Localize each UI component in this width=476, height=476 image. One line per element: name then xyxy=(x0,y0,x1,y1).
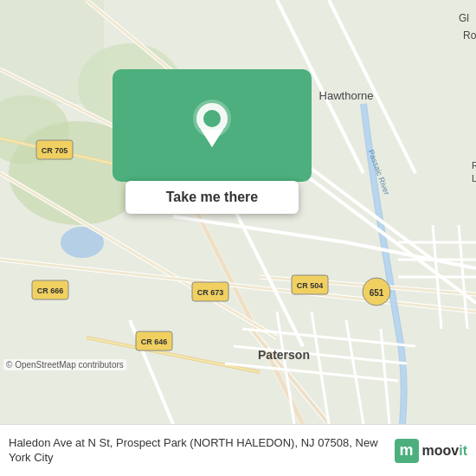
svg-text:Gl: Gl xyxy=(459,12,469,24)
take-me-there-button[interactable]: Take me there xyxy=(125,181,299,214)
svg-text:CR 504: CR 504 xyxy=(297,281,324,290)
button-overlay: Take me there xyxy=(113,69,312,214)
svg-text:CR 705: CR 705 xyxy=(42,146,68,155)
moovit-m-badge: m xyxy=(395,439,419,463)
svg-text:Paterson: Paterson xyxy=(258,348,310,362)
map-container: CR 705 CR 666 CR 673 CR 504 CR 646 651 H… xyxy=(0,0,476,424)
svg-marker-67 xyxy=(203,131,222,147)
moovit-accent-text: it xyxy=(459,443,467,458)
svg-text:Hawthorne: Hawthorne xyxy=(319,89,374,102)
svg-text:CR 646: CR 646 xyxy=(141,338,168,346)
footer: Haledon Ave at N St, Prospect Park (NORT… xyxy=(0,424,476,476)
svg-text:CR 673: CR 673 xyxy=(197,288,224,297)
svg-point-65 xyxy=(203,110,221,127)
openstreetmap-credit: © OpenStreetMap contributors xyxy=(3,359,126,370)
svg-text:Ro: Ro xyxy=(463,29,476,42)
svg-text:R: R xyxy=(472,160,476,170)
moovit-logo: m moovit xyxy=(395,439,467,463)
location-pin-icon xyxy=(190,100,234,151)
svg-text:L: L xyxy=(472,173,476,183)
map-pin-background xyxy=(113,69,312,182)
address-text: Haledon Ave at N St, Prospect Park (NORT… xyxy=(9,436,395,466)
svg-rect-4 xyxy=(0,0,104,104)
svg-text:651: 651 xyxy=(370,288,384,298)
moovit-main-text: moov xyxy=(422,443,460,458)
svg-text:CR 666: CR 666 xyxy=(37,286,64,295)
moovit-brand-text: moovit xyxy=(422,443,467,459)
